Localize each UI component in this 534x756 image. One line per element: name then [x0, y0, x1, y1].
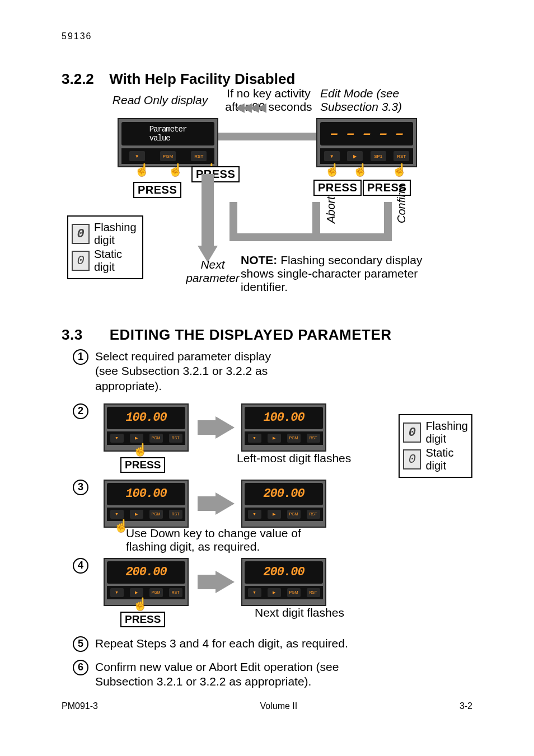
arrow-stem	[198, 496, 217, 511]
hand-icon: ☝	[168, 163, 183, 177]
display-step2-a: 100.00	[107, 407, 185, 429]
note-prefix: NOTE:	[241, 253, 277, 266]
key-right-icon[interactable]: ▶	[347, 151, 363, 161]
panel-step4-b: 200.00 ▼▶PGMRST	[241, 558, 326, 606]
connector-bar	[218, 133, 319, 140]
key-sp1[interactable]: SP1	[371, 151, 386, 161]
step-4: 4 200.00 ▼▶PGMRST 200.00 ▼▶PGMRST ☝ PRES…	[62, 558, 472, 628]
step-5-text: Repeat Steps 3 and 4 for each digit, as …	[95, 636, 472, 651]
press-label: PRESS	[191, 166, 240, 182]
key-rst[interactable]: RST	[394, 151, 409, 161]
press-label: PRESS	[313, 180, 362, 196]
footer-left: PM091-3	[62, 701, 98, 711]
step-5: 5 Repeat Steps 3 and 4 for each digit, a…	[62, 636, 472, 651]
legend-322: 0 Flashing digit 0 Static digit	[67, 215, 143, 279]
page: 59136 3.2.2 With Help Facility Disabled …	[0, 0, 534, 756]
step-number-icon: 2	[73, 403, 88, 419]
heading-322-number: 3.2.2	[62, 71, 105, 88]
legend-flashing-label: Flashing digit	[94, 221, 137, 247]
legend-33: 0 Flashing digit 0 Static digit	[399, 414, 472, 478]
step-6: 6 Confirm new value or Abort Edit operat…	[62, 660, 472, 689]
connector	[229, 202, 237, 239]
connector	[229, 233, 392, 241]
step-2-caption: Left-most digit flashes	[237, 452, 351, 465]
key-down-icon[interactable]: ▼	[129, 151, 145, 161]
display-step3-b: 200.00	[245, 483, 323, 505]
display-param-value: Parameter value	[121, 122, 214, 145]
step-1-text: Select required parameter display (see S…	[95, 349, 297, 393]
label-next-parameter: Next parameter	[174, 258, 252, 285]
arrow-stem	[198, 420, 217, 435]
page-footer: PM091-3 Volume II 3-2	[62, 701, 472, 711]
chevrons-left-icon: ◀◀◀◀	[235, 100, 264, 115]
step-number-icon: 1	[73, 349, 88, 365]
step-4-diagram: 200.00 ▼▶PGMRST 200.00 ▼▶PGMRST ☝ PRESS …	[92, 558, 472, 628]
heading-322: 3.2.2 With Help Facility Disabled	[62, 71, 472, 88]
display-step3-a: 100.00	[107, 483, 185, 505]
arrow-stem	[202, 174, 214, 247]
label-read-only: Read Only display	[110, 93, 210, 107]
legend-static-label: Static digit	[425, 447, 453, 472]
legend-static-icon: 0	[403, 449, 421, 469]
key-down-icon[interactable]: ▼	[324, 151, 340, 161]
legend-flashing-icon: 0	[403, 422, 421, 443]
hand-icon: ☝	[133, 597, 148, 612]
display-step2-b: 100.00	[245, 407, 323, 429]
label-confirm: Confirm	[395, 184, 408, 223]
hand-icon: ☝	[353, 163, 368, 177]
legend-static-icon: 0	[72, 251, 90, 271]
step-3: 3 100.00 ▼▶PGMRST 200.00 ▼▶PGMRST ☝ Use …	[62, 480, 472, 547]
footer-right: 3-2	[460, 701, 472, 711]
page-header-number: 59136	[62, 31, 472, 41]
step-number-icon: 6	[73, 660, 88, 675]
label-abort: Abort	[325, 196, 338, 223]
steps-33: 1 Select required parameter display (see…	[62, 349, 472, 689]
key-rst[interactable]: RST	[191, 151, 207, 161]
legend-static-label: Static digit	[94, 248, 122, 274]
hand-icon: ☝	[134, 163, 149, 177]
footer-center: Volume II	[260, 701, 298, 711]
step-4-caption: Next digit flashes	[255, 606, 344, 619]
press-label: PRESS	[133, 182, 181, 198]
heading-33-number: 3.3	[62, 326, 105, 344]
button-row-right: ▼ ▶ SP1 RST	[320, 148, 413, 164]
press-label: PRESS	[120, 457, 165, 473]
arrow-right-icon	[216, 571, 235, 593]
legend-flashing-icon: 0	[72, 224, 90, 244]
heading-33: 3.3 EDITING THE DISPLAYED PARAMETER	[62, 326, 472, 344]
panel-edit-mode: – – – – – ▼ ▶ SP1 RST	[316, 118, 417, 167]
note-text: NOTE: Flashing secondary display shows s…	[241, 253, 453, 294]
display-step4-b: 200.00	[245, 561, 323, 584]
arrow-right-icon	[216, 416, 235, 439]
heading-33-title: EDITING THE DISPLAYED PARAMETER	[110, 326, 392, 343]
label-no-key: If no key activity after 90 seconds	[218, 87, 319, 114]
step-number-icon: 4	[73, 558, 88, 574]
display-dashes: – – – – –	[320, 122, 413, 145]
hand-icon: ☝	[133, 443, 148, 457]
arrow-stem	[198, 575, 217, 589]
step-6-text: Confirm new value or Abort Edit operatio…	[95, 660, 397, 689]
step-3-diagram: 100.00 ▼▶PGMRST 200.00 ▼▶PGMRST ☝ Use Do…	[92, 480, 472, 547]
heading-322-title: With Help Facility Disabled	[109, 71, 295, 87]
panel-step2-b: 100.00 ▼▶PGMRST	[241, 403, 326, 452]
hand-icon: ☝	[325, 163, 340, 177]
label-edit-mode: Edit Mode (see Subsection 3.3)	[320, 87, 432, 114]
diagram-322: Read Only display If no key activity aft…	[62, 90, 472, 297]
step-3-caption: Use Down key to change value of flashing…	[126, 527, 339, 553]
panel-step3-b: 200.00 ▼▶PGMRST	[241, 480, 326, 528]
display-step4-a: 200.00	[107, 561, 185, 584]
key-pgm[interactable]: PGM	[160, 151, 176, 161]
step-number-icon: 5	[73, 636, 88, 652]
step-number-icon: 3	[73, 480, 88, 495]
button-row-left: ▼ PGM RST	[121, 148, 214, 164]
arrow-right-icon	[216, 492, 235, 515]
hand-icon: ☝	[392, 163, 407, 177]
step-1: 1 Select required parameter display (see…	[62, 349, 472, 393]
press-label: PRESS	[120, 612, 165, 627]
panel-read-only: Parameter value ▼ PGM RST	[118, 118, 218, 167]
legend-flashing-label: Flashing digit	[425, 420, 468, 445]
